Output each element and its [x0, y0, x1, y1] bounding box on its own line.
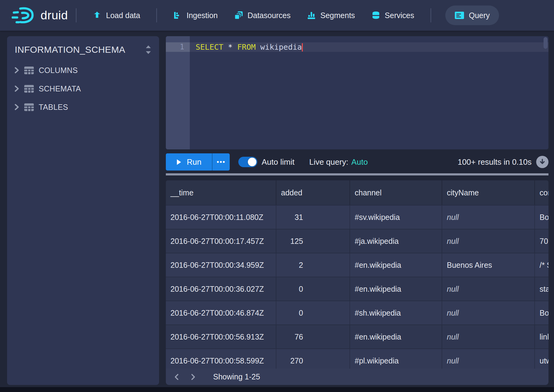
pagination-label: Showing 1-25	[213, 372, 260, 381]
schema-selector[interactable]: INFORMATION_SCHEMA	[7, 36, 159, 55]
cell-cityname[interactable]: null	[442, 325, 534, 348]
nav-item-load-data[interactable]: Load data	[84, 0, 148, 31]
nav-item-label: Query	[469, 11, 490, 20]
schema-tree: COLUMNS SCHEMATA	[7, 61, 159, 116]
schema-title: INFORMATION_SCHEMA	[15, 44, 125, 55]
column-header-channel[interactable]: channel	[349, 180, 442, 205]
query-icon	[455, 11, 464, 20]
cell-comment[interactable]: Bot	[534, 206, 548, 229]
cell-channel[interactable]: #en.wikipedia	[349, 277, 442, 301]
cell-channel[interactable]: #en.wikipedia	[349, 325, 442, 348]
sql-keyword: FROM	[237, 43, 256, 52]
tree-item-label: SCHEMATA	[39, 84, 81, 93]
nav-brand[interactable]: druid	[12, 0, 68, 31]
nav-item-ingestion[interactable]: Ingestion	[165, 0, 226, 31]
table-row: 2016-06-27T00:00:17.457Z 125 #ja.wikiped…	[166, 229, 548, 253]
nav-divider	[431, 8, 431, 22]
schema-sidebar: INFORMATION_SCHEMA	[7, 36, 159, 385]
nav-item-datasources[interactable]: Datasources	[226, 0, 299, 31]
cell-channel[interactable]: #ja.wikipedia	[349, 229, 442, 253]
cell-time[interactable]: 2016-06-27T00:00:36.027Z	[166, 277, 276, 301]
cell-added[interactable]: 125	[276, 229, 349, 253]
cell-comment[interactable]: 70.	[534, 229, 548, 253]
cell-comment[interactable]: link	[534, 325, 548, 348]
pagination-bar: Showing 1-25	[166, 369, 548, 385]
nav-item-label: Load data	[106, 11, 140, 20]
results-header-row: __time added channel cityName comment	[166, 180, 548, 205]
chevron-right-icon	[14, 85, 19, 92]
table-row: 2016-06-27T00:00:36.027Z 0 #en.wikipedia…	[166, 277, 548, 301]
cell-time[interactable]: 2016-06-27T00:00:17.457Z	[166, 229, 276, 253]
tree-item-schemata[interactable]: SCHEMATA	[7, 79, 159, 98]
sql-editor[interactable]: 1 SELECT*FROMwikipedia	[166, 36, 548, 149]
cell-channel[interactable]: #sh.wikipedia	[349, 301, 442, 325]
nav-item-segments[interactable]: Segments	[299, 0, 363, 31]
table-icon	[24, 67, 34, 74]
ingestion-icon	[173, 11, 182, 20]
sql-text[interactable]: SELECT*FROMwikipedia	[196, 42, 303, 52]
nav-item-label: Datasources	[248, 11, 291, 20]
editor-scrollbar[interactable]	[544, 37, 548, 49]
chevron-right-icon	[14, 67, 19, 74]
tree-item-columns[interactable]: COLUMNS	[7, 61, 159, 79]
cell-added[interactable]: 0	[276, 301, 349, 325]
cell-cityname[interactable]: null	[442, 229, 534, 253]
results-summary: 100+ results in 0.10s	[458, 157, 532, 167]
previous-page-button[interactable]	[172, 372, 181, 382]
ellipsis-icon: •••	[217, 158, 225, 166]
tree-item-label: COLUMNS	[39, 66, 78, 75]
results-panel: __time added channel cityName comment 20…	[166, 180, 548, 385]
next-page-button[interactable]	[189, 372, 198, 382]
run-button[interactable]: Run	[166, 153, 212, 171]
cell-cityname[interactable]: Buenos Aires	[442, 253, 534, 277]
auto-limit-label: Auto limit	[262, 157, 295, 167]
download-button[interactable]	[536, 156, 548, 168]
cell-comment[interactable]: sta	[534, 277, 548, 301]
run-more-button[interactable]: •••	[212, 153, 230, 171]
query-progress-bar	[166, 173, 548, 175]
nav-divider	[76, 8, 76, 22]
download-icon	[539, 159, 546, 165]
druid-logo-icon	[12, 6, 37, 25]
cell-added[interactable]: 2	[276, 253, 349, 277]
column-header-cityname[interactable]: cityName	[442, 180, 534, 205]
tree-item-tables[interactable]: TABLES	[7, 98, 159, 116]
sql-keyword: SELECT	[196, 43, 223, 52]
cell-time[interactable]: 2016-06-27T00:00:11.080Z	[166, 206, 276, 229]
toggle-knob	[248, 158, 256, 166]
cell-cityname[interactable]: null	[442, 277, 534, 301]
cell-comment[interactable]: /* S	[534, 253, 548, 277]
services-icon	[372, 11, 380, 20]
cell-time[interactable]: 2016-06-27T00:00:56.913Z	[166, 325, 276, 348]
cell-added[interactable]: 76	[276, 325, 349, 348]
auto-limit-toggle[interactable]	[238, 157, 257, 167]
live-query-label: Live query:	[309, 157, 348, 167]
live-query-value[interactable]: Auto	[351, 157, 368, 167]
results-body: 2016-06-27T00:00:11.080Z 31 #sv.wikipedi…	[166, 205, 548, 372]
table-icon	[24, 103, 34, 111]
cell-added[interactable]: 31	[276, 206, 349, 229]
datasources-icon	[234, 11, 243, 20]
nav-item-services[interactable]: Services	[363, 0, 423, 31]
query-toolbar: Run ••• Auto limit Live query: Auto 100+…	[166, 153, 548, 171]
nav-item-query[interactable]: Query	[445, 6, 499, 25]
cell-channel[interactable]: #sv.wikipedia	[349, 206, 442, 229]
cell-added[interactable]: 0	[276, 277, 349, 301]
sql-star: *	[228, 43, 232, 52]
window-bottom-edge	[0, 387, 554, 392]
cell-channel[interactable]: #en.wikipedia	[349, 253, 442, 277]
column-header-time[interactable]: __time	[166, 180, 276, 205]
nav-divider	[156, 8, 157, 22]
sql-table-name: wikipedia	[260, 43, 302, 52]
chevron-right-icon	[14, 104, 19, 110]
cell-time[interactable]: 2016-06-27T00:00:34.959Z	[166, 253, 276, 277]
cell-comment[interactable]: Bot	[534, 301, 548, 325]
cell-time[interactable]: 2016-06-27T00:00:46.874Z	[166, 301, 276, 325]
cell-cityname[interactable]: null	[442, 301, 534, 325]
cell-cityname[interactable]: null	[442, 206, 534, 229]
column-header-comment[interactable]: comment	[534, 180, 548, 205]
double-caret-vertical-icon[interactable]	[145, 45, 152, 55]
brand-name: druid	[41, 9, 68, 22]
column-header-added[interactable]: added	[276, 180, 349, 205]
line-number: 1	[166, 42, 184, 52]
